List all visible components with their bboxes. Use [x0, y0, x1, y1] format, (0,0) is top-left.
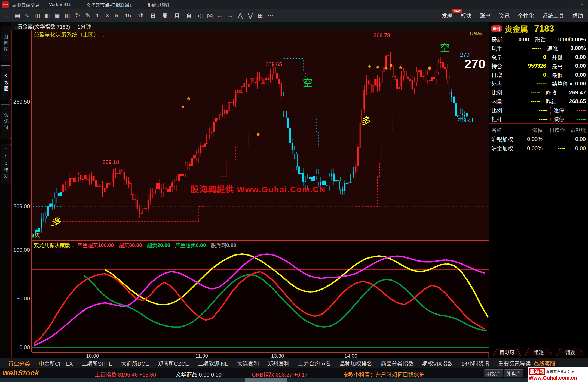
chevron-down-icon[interactable]: ⌄ [92, 24, 95, 28]
title-separator: - [44, 2, 45, 7]
period-selector[interactable]: 1分钟 [78, 23, 91, 30]
menu-item-板块[interactable]: 板块 [461, 12, 471, 20]
guhai-brand: 股海网 [529, 368, 545, 375]
maximize-button[interactable]: □ [564, 0, 576, 9]
pan-right-icon[interactable]: ⇨ [225, 12, 235, 19]
market-tab-期权VIX指数[interactable]: 期权VIX指数 [422, 358, 453, 368]
period-button-自[interactable]: 自 [183, 12, 195, 20]
market-tab-bar: 行业分类中金所CFFEX上期所SHFE大商所DCE郑商所CZCE上期能源INE大… [0, 358, 588, 368]
market-tab-大连套利[interactable]: 大连套利 [237, 358, 259, 368]
sidebar-tab-K线图[interactable]: K线图 [1, 65, 11, 100]
sidebar-tab-F10资料[interactable]: F10资料 [1, 144, 11, 184]
quote-value: 0.00 [512, 36, 532, 43]
back-icon[interactable]: ← [2, 12, 12, 19]
contribution-row[interactable]: 沪银加权0.00%----0.00 [489, 134, 588, 144]
horizontal-scrollbar[interactable] [0, 378, 588, 382]
account-button-期货户[interactable]: 期货户 [484, 369, 503, 377]
pan-left-icon[interactable]: ⇦ [215, 12, 225, 19]
market-tab-品种加权排名[interactable]: 品种加权排名 [339, 358, 373, 368]
market-tab-郑商所CZCE[interactable]: 郑商所CZCE [157, 358, 189, 368]
draw-line-icon[interactable]: ✎ [83, 12, 93, 19]
period-button-3[interactable]: 3 [102, 13, 112, 19]
delayed-quote-badge: 延时 [491, 25, 502, 32]
menu-item-个性化[interactable]: 个性化 [518, 12, 534, 20]
multi-period-icon[interactable]: ◧ [42, 12, 53, 19]
sidebar-tab-分时图[interactable]: 分时图 [1, 26, 11, 61]
signal-spade-icon: ♠ [399, 64, 402, 70]
picture-in-picture-icon[interactable]: ▣ [53, 12, 63, 19]
menu-item-系统工具[interactable]: 系统工具 [542, 12, 564, 20]
save-icon[interactable]: ▥ [63, 12, 73, 19]
more-icon[interactable]: ⋯ [265, 12, 275, 19]
period-button-周[interactable]: 周 [159, 12, 171, 20]
compress-right-icon[interactable]: ⋈ [205, 12, 215, 19]
quote-row: 日增0最低0.00 [489, 70, 588, 79]
chart-annotation: 空 [440, 43, 450, 53]
market-tab-上期所SHFE[interactable]: 上期所SHFE [81, 358, 113, 368]
period-button-5[interactable]: 5 [112, 13, 121, 19]
close-button[interactable]: ✕ [576, 0, 588, 9]
menu-item-帮助[interactable]: 帮助 [572, 12, 583, 20]
account-button-外盘户[interactable]: 外盘户 [504, 369, 523, 377]
quote-value: ----- [512, 98, 543, 104]
timeshare-chart-icon[interactable]: ∿ [22, 12, 32, 19]
quote-table-icon[interactable]: ▤ [12, 12, 22, 19]
quote-row-right: 涨停----- [550, 106, 588, 115]
refresh-icon[interactable]: ↻ [73, 12, 83, 19]
market-tab-24小时资讯[interactable]: 24小时资讯 [461, 358, 490, 368]
period-button-1[interactable]: 1 [93, 13, 102, 19]
panel-tab-领涨[interactable]: 领涨 [525, 348, 553, 356]
period-button-月[interactable]: 月 [171, 12, 183, 20]
zoom-out-icon[interactable]: ⋁ [245, 12, 255, 19]
menu-item-资讯[interactable]: 资讯 [499, 12, 510, 20]
quote-row: 最新0.00涨跌0.00/0.00% [489, 35, 588, 44]
panel-separator-line [32, 240, 489, 241]
quote-label: 最低 [549, 71, 575, 79]
menu-item-发现[interactable]: 发现NEW [442, 12, 452, 20]
indicator-name[interactable]: 双龙共振决策版 ⌄ [34, 241, 77, 249]
market-tab-主力合约排名[interactable]: 主力合约排名 [298, 358, 331, 368]
market-tab-行业分类[interactable]: 行业分类 [8, 358, 30, 368]
panel-tab-领跌[interactable]: 领跌 [556, 348, 584, 356]
online-service-button[interactable]: 在线客服 [534, 359, 555, 367]
main-menu: 发现NEW板块账户资讯个性化系统工具帮助 [433, 12, 588, 20]
period-button-15[interactable]: 15 [121, 13, 134, 19]
layout-grid-icon[interactable]: ⊞ [255, 12, 265, 19]
chart-annotation: 269.18 [102, 159, 119, 165]
candlestick-chart-icon[interactable]: ◫ [32, 12, 42, 19]
symbol-name[interactable]: 贵金属(文华指数 7183) [17, 23, 70, 30]
trading-terminal-window: wh6 赢顺云端交易 - Ver6.8.411 文华云节点-模拟联通1 系统K线… [0, 0, 588, 382]
panel-tab-贡献度[interactable]: 贡献度 [493, 348, 521, 356]
titlebar: wh6 赢顺云端交易 - Ver6.8.411 文华云节点-模拟联通1 系统K线… [0, 0, 588, 9]
signal-spade-icon: ♠ [368, 63, 371, 69]
indicator-param-value: 80.00 [129, 242, 142, 248]
market-tab-中金所CFFEX[interactable]: 中金所CFFEX [38, 358, 74, 368]
chevron-down-icon[interactable]: ⌄ [71, 244, 75, 248]
market-tab-郑州套利[interactable]: 郑州套利 [267, 358, 290, 368]
market-tab-上期能源INE[interactable]: 上期能源INE [197, 358, 229, 368]
daily-increase: ---- [543, 136, 565, 142]
price-axis-label: 269.50 [10, 99, 30, 105]
period-button-日[interactable]: 日 [147, 12, 159, 20]
zoom-in-icon[interactable]: ⋀ [235, 12, 245, 19]
signal-spade-icon: ♠ [389, 62, 393, 68]
instrument-name[interactable]: 贵金属 [504, 23, 528, 34]
signal-spade-icon: ♠ [428, 65, 431, 71]
quote-row-right: 跌停----- [550, 115, 588, 124]
chart-annotation: 多 [360, 116, 370, 126]
market-tab-大商所DCE[interactable]: 大商所DCE [121, 358, 149, 368]
main-indicator-title[interactable]: 益盈量化决策系统（主图） ⌄ [34, 30, 105, 38]
minimize-button[interactable]: ─ [552, 0, 564, 9]
scrollbar-thumb[interactable] [245, 378, 287, 382]
sidebar-tab-资讯链[interactable]: 资讯链 [1, 104, 11, 139]
quote-label: 开盘 [549, 53, 575, 61]
chart-annotation: 270 [464, 58, 485, 70]
market-tab-重要资讯导读[interactable]: 重要资讯导读 [497, 358, 531, 368]
period-button-1h[interactable]: 1h [134, 13, 147, 19]
market-tab-商品分类指数[interactable]: 商品分类指数 [380, 358, 414, 368]
menu-item-账户[interactable]: 账户 [480, 12, 491, 20]
compress-left-icon[interactable]: ◁ [195, 12, 205, 19]
guhai-chart-watermark: 股海网提供 Www.Guhai.Com.CN [191, 183, 326, 195]
change-pct: 0.00% [521, 145, 543, 151]
contribution-row[interactable]: 沪金加权0.00%----0.00 [489, 144, 588, 153]
